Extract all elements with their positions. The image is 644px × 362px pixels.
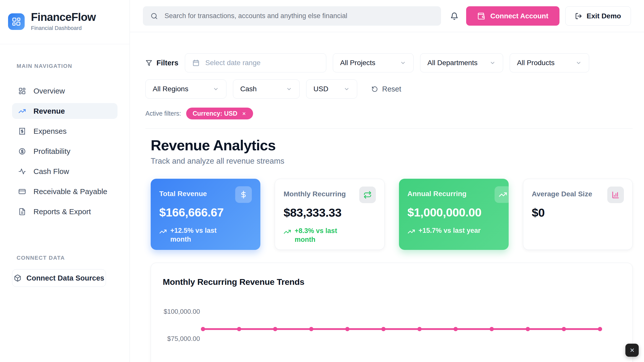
trending-up-icon <box>159 228 167 235</box>
search-input[interactable] <box>164 12 433 20</box>
wallet-icon <box>477 12 485 20</box>
active-filters-label: Active filters: <box>145 110 181 117</box>
file-text-icon <box>18 208 26 215</box>
sidebar-item-revenue[interactable]: Revenue <box>12 103 117 119</box>
brand-logo-icon <box>8 13 25 30</box>
chevron-down-icon <box>489 60 496 66</box>
dollar-circle-icon <box>18 148 26 155</box>
filters-title: Filters <box>145 59 178 67</box>
connect-account-label: Connect Account <box>490 12 548 20</box>
date-range-placeholder: Select date range <box>205 59 261 67</box>
rotate-ccw-icon <box>371 86 378 93</box>
sidebar-item-label: Revenue <box>33 107 65 115</box>
sidebar-item-label: Profitability <box>33 147 70 156</box>
sidebar-item-reports-export[interactable]: Reports & Export <box>12 204 117 219</box>
trending-up-icon <box>408 228 415 235</box>
sidebar: FinanceFlow Financial Dashboard MAIN NAV… <box>0 0 130 362</box>
floating-close-button[interactable] <box>625 344 639 357</box>
chevron-down-icon <box>400 60 406 66</box>
metric-delta: +15.7% vs last year <box>408 226 500 235</box>
app-root: FinanceFlow Financial Dashboard MAIN NAV… <box>0 0 644 362</box>
metric-delta: +8.3% vs last month <box>284 227 376 244</box>
right-column: Connect Account Exit Demo Filters <box>130 0 644 362</box>
search-icon <box>150 12 158 20</box>
filters-row-1: Filters Select date range All Projects A… <box>145 53 633 72</box>
bar-chart-icon <box>607 187 624 203</box>
date-range-field[interactable]: Select date range <box>185 53 326 72</box>
regions-select[interactable]: All Regions <box>145 79 226 99</box>
connect-data-section: CONNECT DATA Connect Data Sources <box>0 255 130 287</box>
revenue-analytics-section: Revenue Analytics Track and analyze all … <box>151 137 633 362</box>
chip-remove-icon[interactable] <box>242 111 247 116</box>
credit-card-icon <box>18 188 26 195</box>
connect-account-button[interactable]: Connect Account <box>466 6 559 26</box>
exit-demo-button[interactable]: Exit Demo <box>565 6 631 26</box>
metric-value: $0 <box>532 206 624 219</box>
brand-subtitle: Financial Dashboard <box>31 25 96 31</box>
products-select[interactable]: All Products <box>510 53 589 72</box>
active-filters-row: Active filters: Currency: USD <box>145 108 633 119</box>
logout-icon <box>575 13 582 20</box>
sidebar-item-label: Receivable & Payable <box>33 187 107 196</box>
activity-icon <box>18 168 26 175</box>
search-bar[interactable] <box>143 6 441 26</box>
accounting-basis-select[interactable]: Cash <box>233 79 300 99</box>
exit-demo-label: Exit Demo <box>587 12 621 20</box>
metric-value: $166,666.67 <box>159 205 252 219</box>
metric-label: Annual Recurring <box>408 190 467 198</box>
chevron-down-icon <box>213 86 219 92</box>
trending-up-icon <box>18 107 26 115</box>
mrr-trends-chart-card: Monthly Recurring Revenue Trends $100,00… <box>151 263 633 362</box>
layout-grid-icon <box>18 87 26 95</box>
reset-filters-button[interactable]: Reset <box>370 85 403 94</box>
metric-label: Total Revenue <box>159 190 207 198</box>
chevron-down-icon <box>575 60 582 66</box>
close-icon <box>629 347 635 353</box>
chevron-down-icon <box>286 86 292 92</box>
metric-label: Average Deal Size <box>532 190 592 198</box>
sidebar-item-expenses[interactable]: Expenses <box>12 123 117 139</box>
metric-card-average-deal-size: Average Deal Size $0 <box>523 179 633 250</box>
page-subtitle: Track and analyze all revenue streams <box>151 157 633 166</box>
metric-cards: Total Revenue $166,666.67 <box>151 179 633 250</box>
bell-icon <box>450 12 459 20</box>
top-bar: Connect Account Exit Demo <box>130 0 644 32</box>
sidebar-item-label: Cash Flow <box>33 167 69 176</box>
departments-select[interactable]: All Departments <box>420 53 503 72</box>
trending-up-icon <box>495 186 509 203</box>
sidebar-item-overview[interactable]: Overview <box>12 83 117 99</box>
receipt-icon <box>18 127 26 135</box>
metric-card-annual-recurring: Annual Recurring $1,000,000.00 <box>399 179 509 250</box>
metric-label: Monthly Recurring <box>284 190 346 198</box>
sidebar-item-receivable-payable[interactable]: Receivable & Payable <box>12 184 117 199</box>
notifications-button[interactable] <box>450 12 459 20</box>
currency-select[interactable]: USD <box>306 79 357 99</box>
chevron-down-icon <box>343 86 350 92</box>
page-title: Revenue Analytics <box>151 137 633 154</box>
sidebar-item-cash-flow[interactable]: Cash Flow <box>12 163 117 179</box>
currency-filter-chip[interactable]: Currency: USD <box>186 108 253 119</box>
metric-delta: +12.5% vs last month <box>159 226 252 244</box>
cube-icon <box>14 274 21 282</box>
dollar-icon <box>235 186 252 203</box>
connect-data-sources-button[interactable]: Connect Data Sources <box>12 269 106 287</box>
metric-value: $1,000,000.00 <box>408 205 500 219</box>
sidebar-item-profitability[interactable]: Profitability <box>12 143 117 159</box>
sidebar-item-label: Expenses <box>33 127 67 135</box>
sidebar-item-label: Reports & Export <box>33 207 91 216</box>
brand-name: FinanceFlow <box>31 12 96 23</box>
filters-row-2: All Regions Cash USD Reset <box>145 79 633 99</box>
metric-card-total-revenue: Total Revenue $166,666.67 <box>151 179 260 250</box>
filter-funnel-icon <box>145 59 152 66</box>
main-content: Filters Select date range All Projects A… <box>130 32 644 362</box>
repeat-icon <box>359 187 376 203</box>
section-divider <box>145 128 633 129</box>
trending-up-icon <box>284 228 291 236</box>
main-navigation-label: MAIN NAVIGATION <box>17 63 130 69</box>
mrr-line-chart <box>151 263 624 362</box>
metric-value: $83,333.33 <box>284 206 376 219</box>
metric-card-monthly-recurring: Monthly Recurring $83,333.33 <box>275 179 384 250</box>
brand: FinanceFlow Financial Dashboard <box>0 0 130 44</box>
projects-select[interactable]: All Projects <box>333 53 414 72</box>
connect-data-sources-label: Connect Data Sources <box>26 274 104 282</box>
